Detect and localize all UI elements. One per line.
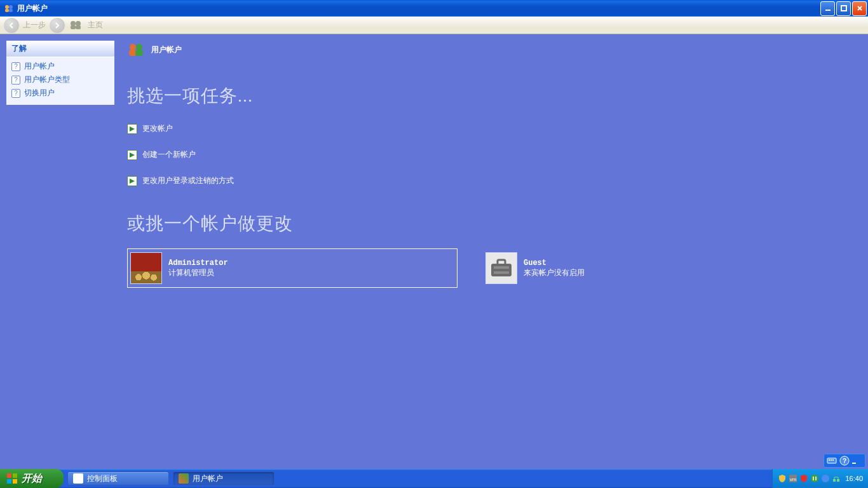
account-role: 计算机管理员 bbox=[168, 268, 228, 278]
svg-rect-26 bbox=[852, 463, 856, 464]
svg-rect-22 bbox=[831, 459, 832, 461]
arrow-icon bbox=[127, 176, 137, 186]
clock[interactable]: 16:40 bbox=[845, 475, 863, 482]
svg-rect-15 bbox=[135, 50, 143, 56]
navigation-toolbar: 上一步 主页 bbox=[0, 17, 868, 34]
main-header: 用户帐户 bbox=[127, 41, 855, 58]
svg-point-33 bbox=[811, 475, 818, 482]
taskbar-button-user-accounts[interactable]: 用户帐户 bbox=[173, 471, 275, 485]
users-icon bbox=[127, 42, 145, 57]
task-change-logon[interactable]: 更改用户登录或注销的方式 bbox=[127, 175, 855, 186]
svg-rect-19 bbox=[494, 271, 509, 274]
svg-rect-11 bbox=[76, 25, 81, 29]
help-icon: ? bbox=[11, 89, 20, 98]
account-picture bbox=[130, 252, 162, 284]
svg-rect-4 bbox=[825, 10, 831, 11]
taskbar-button-label: 控制面板 bbox=[87, 473, 118, 484]
forward-button[interactable] bbox=[50, 18, 65, 33]
security-alert-icon[interactable] bbox=[799, 474, 808, 483]
tray-icon[interactable] bbox=[810, 474, 819, 483]
task-change-account[interactable]: 更改帐户 bbox=[127, 123, 855, 134]
system-tray: vm 16:40 bbox=[772, 469, 868, 488]
svg-rect-21 bbox=[829, 459, 830, 461]
start-button[interactable]: 开始 bbox=[0, 469, 64, 488]
network-icon[interactable] bbox=[832, 474, 841, 483]
svg-point-8 bbox=[71, 21, 76, 26]
account-picture bbox=[485, 252, 517, 284]
svg-rect-27 bbox=[7, 473, 11, 478]
vm-icon[interactable]: vm bbox=[789, 474, 797, 483]
main-panel: 用户帐户 挑选一项任务... 更改帐户 创建一个新帐户 更改用户登录或注销的方式… bbox=[121, 34, 868, 469]
svg-point-12 bbox=[130, 44, 136, 50]
windows-logo-icon bbox=[6, 473, 18, 484]
task-create-account[interactable]: 创建一个新帐户 bbox=[127, 149, 855, 160]
svg-point-9 bbox=[76, 21, 81, 26]
account-guest[interactable]: Guest 来宾帐户没有启用 bbox=[483, 248, 661, 288]
svg-point-34 bbox=[822, 475, 829, 482]
svg-rect-2 bbox=[5, 9, 9, 12]
keyboard-icon[interactable] bbox=[827, 456, 837, 466]
back-button[interactable] bbox=[4, 18, 19, 33]
task-label: 创建一个新帐户 bbox=[142, 149, 196, 160]
svg-rect-28 bbox=[13, 473, 17, 478]
pick-heading: 或挑一个帐户做更改 bbox=[127, 212, 855, 236]
svg-rect-29 bbox=[7, 479, 11, 484]
taskbar-button-control-panel[interactable]: 控制面板 bbox=[67, 471, 169, 485]
task-heading: 挑选一项任务... bbox=[127, 84, 855, 108]
account-name: Administrator bbox=[168, 259, 228, 268]
task-label: 更改帐户 bbox=[142, 123, 173, 134]
sidebar-item-label: 用户帐户 bbox=[24, 61, 55, 72]
accounts-list: Administrator 计算机管理员 Guest 来宾帐户没有启用 bbox=[127, 248, 855, 288]
user-accounts-icon bbox=[179, 473, 189, 484]
main-header-label: 用户帐户 bbox=[151, 44, 182, 55]
account-administrator[interactable]: Administrator 计算机管理员 bbox=[127, 248, 458, 288]
svg-point-13 bbox=[136, 44, 142, 50]
svg-rect-30 bbox=[13, 479, 17, 484]
home-label[interactable]: 主页 bbox=[88, 20, 103, 30]
sidebar-item-account-types[interactable]: ?用户帐户类型 bbox=[6, 73, 114, 86]
content-area: 了解 ?用户帐户 ?用户帐户类型 ?切换用户 用户帐户 挑选一项任务... 更改… bbox=[0, 34, 868, 469]
svg-point-1 bbox=[9, 5, 13, 9]
svg-rect-3 bbox=[9, 9, 13, 12]
arrow-icon bbox=[127, 150, 137, 160]
taskbar: 开始 控制面板 用户帐户 vm 16:40 bbox=[0, 469, 868, 488]
security-shield-icon[interactable] bbox=[778, 474, 787, 483]
min-icon[interactable] bbox=[852, 456, 862, 466]
svg-rect-23 bbox=[832, 459, 834, 461]
sidebar-item-label: 切换用户 bbox=[24, 88, 55, 98]
svg-rect-10 bbox=[71, 25, 76, 29]
arrow-icon bbox=[127, 124, 137, 134]
svg-rect-36 bbox=[837, 479, 839, 482]
account-role: 来宾帐户没有启用 bbox=[524, 268, 585, 278]
help-icon[interactable]: ? bbox=[839, 456, 850, 466]
learn-panel-title: 了解 bbox=[6, 41, 114, 57]
start-label: 开始 bbox=[22, 472, 42, 485]
task-label: 更改用户登录或注销的方式 bbox=[142, 175, 234, 186]
account-name: Guest bbox=[524, 259, 585, 268]
sidebar-item-label: 用户帐户类型 bbox=[24, 74, 70, 85]
window-titlebar: 用户帐户 bbox=[0, 0, 868, 17]
home-icon[interactable] bbox=[69, 20, 84, 31]
close-button[interactable] bbox=[852, 1, 867, 16]
svg-point-0 bbox=[5, 5, 9, 9]
svg-rect-17 bbox=[498, 260, 505, 265]
minimize-button[interactable] bbox=[820, 1, 835, 16]
svg-rect-18 bbox=[494, 266, 509, 269]
svg-rect-5 bbox=[841, 6, 846, 11]
learn-panel: 了解 ?用户帐户 ?用户帐户类型 ?切换用户 bbox=[6, 41, 114, 105]
help-icon: ? bbox=[11, 76, 20, 85]
sidebar-item-switch-user[interactable]: ?切换用户 bbox=[6, 86, 114, 100]
sidebar: 了解 ?用户帐户 ?用户帐户类型 ?切换用户 bbox=[0, 34, 121, 469]
maximize-button[interactable] bbox=[836, 1, 851, 16]
tray-icon[interactable] bbox=[821, 474, 830, 483]
control-panel-icon bbox=[73, 473, 83, 484]
back-label: 上一步 bbox=[23, 20, 46, 30]
svg-text:?: ? bbox=[843, 458, 846, 464]
svg-text:vm: vm bbox=[790, 477, 797, 482]
taskbar-button-label: 用户帐户 bbox=[193, 473, 223, 484]
window-title: 用户帐户 bbox=[17, 3, 48, 14]
window-icon bbox=[4, 3, 14, 13]
language-bar[interactable]: ? bbox=[824, 454, 865, 468]
sidebar-item-accounts[interactable]: ?用户帐户 bbox=[6, 60, 114, 73]
svg-rect-35 bbox=[833, 479, 836, 482]
